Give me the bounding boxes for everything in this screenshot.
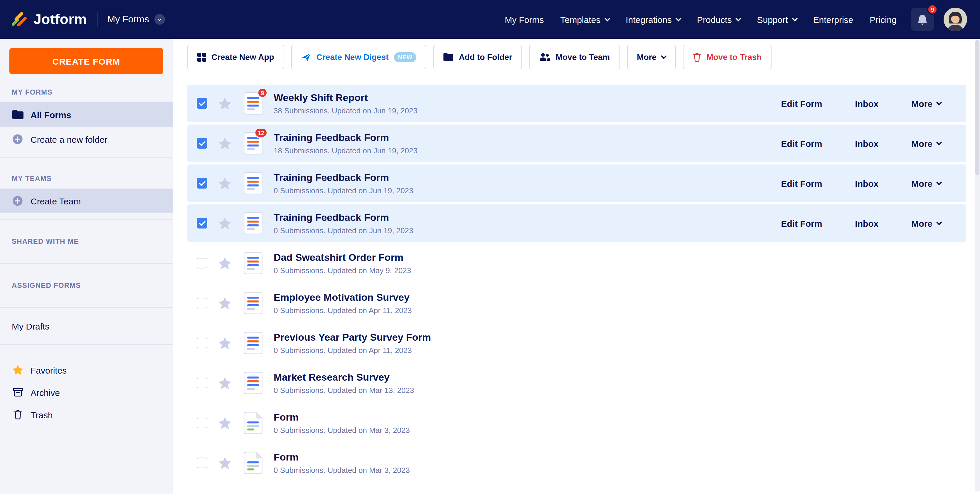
edit-form-button[interactable]: Edit Form [781,178,822,188]
sidebar-divider [0,158,173,158]
shared-with-me-header[interactable]: SHARED WITH ME [0,226,173,257]
move-to-trash-button[interactable]: Move to Trash [683,45,772,69]
row-checkbox[interactable] [197,298,207,308]
create-new-app-label: Create New App [212,52,274,62]
create-form-button[interactable]: CREATE FORM [10,48,163,74]
form-title[interactable]: Market Research Survey [274,371,414,383]
folder-icon [444,53,453,61]
add-to-folder-button[interactable]: Add to Folder [434,45,522,69]
form-meta: 0 Submissions. Updated on Mar 3, 2023 [274,465,410,474]
star-icon[interactable] [218,377,231,389]
form-icon: 12 [244,132,262,155]
form-title[interactable]: Training Feedback Form [274,132,417,143]
star-icon[interactable] [218,97,231,110]
star-icon[interactable] [218,257,231,269]
move-to-team-label: Move to Team [556,52,610,62]
row-more-button[interactable]: More [911,138,941,148]
form-info: Training Feedback Form 0 Submissions. Up… [274,212,414,235]
form-row[interactable]: Form 0 Submissions. Updated on Mar 3, 20… [187,404,966,442]
form-row[interactable]: Previous Year Party Survey Form 0 Submis… [187,324,966,362]
row-actions: Edit Form Inbox More [781,99,941,108]
row-checkbox[interactable] [197,218,207,228]
inbox-button[interactable]: Inbox [855,218,878,228]
star-icon[interactable] [218,417,231,429]
sidebar-item-favorites[interactable]: Favorites [0,359,173,381]
form-title[interactable]: Form [274,451,410,463]
edit-form-button[interactable]: Edit Form [781,138,822,148]
row-checkbox[interactable] [197,378,207,388]
avatar[interactable] [943,8,967,31]
main-nav-links: My FormsTemplatesIntegrationsProductsSup… [505,14,897,24]
form-row[interactable]: Employee Motivation Survey 0 Submissions… [187,284,966,322]
form-meta: 18 Submissions. Updated on Jun 19, 2023 [274,146,417,155]
nav-link-support[interactable]: Support [757,14,797,24]
inbox-button[interactable]: Inbox [855,99,878,108]
archive-icon [12,388,24,397]
form-title[interactable]: Dad Sweatshirt Order Form [274,252,411,263]
row-more-button[interactable]: More [911,218,941,228]
form-title[interactable]: Previous Year Party Survey Form [274,331,431,343]
nav-link-label: Products [697,14,732,24]
create-new-digest-label: Create New Digest [317,52,389,62]
form-row[interactable]: Dad Sweatshirt Order Form 0 Submissions.… [187,244,966,282]
form-title[interactable]: Training Feedback Form [274,212,414,223]
inbox-button[interactable]: Inbox [855,178,878,188]
star-icon[interactable] [218,137,231,150]
form-row[interactable]: 12 Training Feedback Form 18 Submissions… [187,124,966,162]
form-row[interactable]: 9 Weekly Shift Report 38 Submissions. Up… [187,84,966,122]
assigned-forms-header[interactable]: ASSIGNED FORMS [0,269,173,301]
form-row[interactable]: Form 0 Submissions. Updated on Mar 3, 20… [187,444,966,482]
star-icon[interactable] [218,217,231,229]
move-to-team-button[interactable]: Move to Team [529,45,620,69]
form-info: Training Feedback Form 0 Submissions. Up… [274,172,414,195]
scrollbar[interactable] [975,40,980,492]
row-checkbox[interactable] [197,138,207,148]
nav-link-pricing[interactable]: Pricing [870,14,897,24]
edit-form-button[interactable]: Edit Form [781,218,822,228]
row-checkbox[interactable] [197,98,207,109]
row-more-button[interactable]: More [911,178,941,188]
form-row[interactable]: Market Research Survey 0 Submissions. Up… [187,364,966,402]
row-checkbox[interactable] [197,418,207,428]
form-title[interactable]: Weekly Shift Report [274,92,417,104]
star-icon[interactable] [218,337,231,349]
sidebar-item-my-drafts[interactable]: My Drafts [0,314,173,338]
create-new-digest-button[interactable]: Create New Digest NEW [291,45,426,69]
workspace-switcher[interactable]: My Forms [107,14,165,25]
nav-link-my-forms[interactable]: My Forms [505,14,544,24]
form-icon [244,412,262,434]
row-checkbox[interactable] [197,457,207,468]
jotform-logo[interactable]: Jotform [10,10,87,29]
sidebar-item-all-forms[interactable]: All Forms [0,102,173,127]
star-icon[interactable] [218,177,231,190]
star-icon[interactable] [218,457,231,469]
form-row[interactable]: Training Feedback Form 0 Submissions. Up… [187,204,966,242]
nav-link-enterprise[interactable]: Enterprise [813,14,853,24]
notifications-button[interactable]: 9 [911,8,934,31]
form-title[interactable]: Training Feedback Form [274,172,414,183]
edit-form-button[interactable]: Edit Form [781,99,822,108]
nav-link-products[interactable]: Products [697,14,740,24]
form-title[interactable]: Form [274,411,410,423]
scrollbar-thumb[interactable] [975,40,979,175]
nav-link-label: Pricing [870,14,897,24]
inbox-button[interactable]: Inbox [855,138,878,148]
app-grid-icon [197,53,206,61]
sidebar-item-create-team[interactable]: Create Team [0,188,173,213]
row-checkbox[interactable] [197,258,207,268]
row-checkbox[interactable] [197,338,207,348]
sidebar-item-trash[interactable]: Trash [0,403,173,426]
form-row[interactable]: Training Feedback Form 0 Submissions. Up… [187,164,966,202]
chevron-down-icon [936,180,942,185]
nav-link-templates[interactable]: Templates [560,14,609,24]
more-button[interactable]: More [627,45,676,69]
sidebar-item-create-folder[interactable]: Create a new folder [0,127,173,151]
nav-link-integrations[interactable]: Integrations [626,14,681,24]
row-checkbox[interactable] [197,178,207,188]
sidebar-item-archive[interactable]: Archive [0,381,173,403]
create-new-app-button[interactable]: Create New App [187,45,284,69]
form-list: 9 Weekly Shift Report 38 Submissions. Up… [187,84,966,482]
form-title[interactable]: Employee Motivation Survey [274,292,412,303]
star-icon[interactable] [218,297,231,309]
row-more-button[interactable]: More [911,99,941,108]
